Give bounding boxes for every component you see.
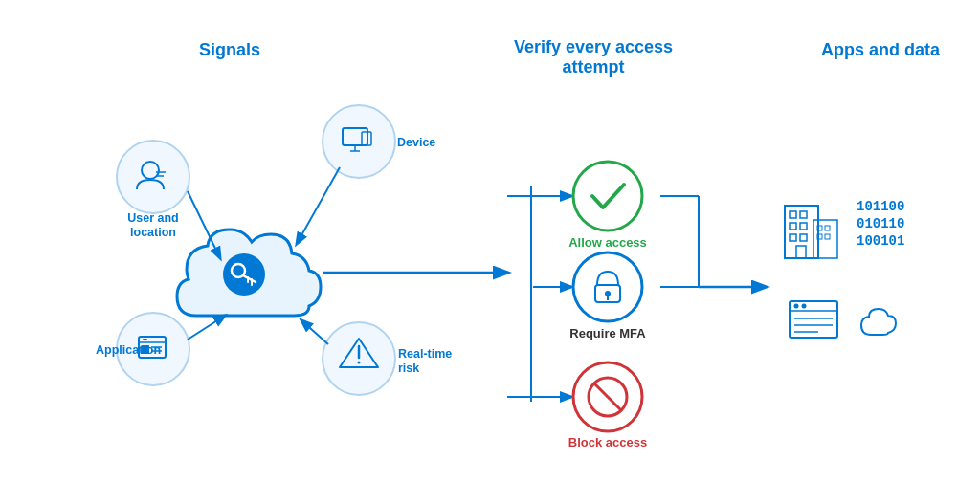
browser-dot2 [802, 304, 807, 309]
cloud2-group [861, 309, 896, 335]
user-location-label2: location [130, 226, 176, 239]
building-win6 [800, 234, 807, 241]
application-circle [117, 313, 189, 385]
lock-shackle [597, 272, 618, 285]
cloud-center-circle [223, 253, 265, 296]
cloud-group [177, 230, 321, 316]
application-label: Application [96, 343, 161, 357]
data-bits-line3: 100101 [857, 233, 904, 249]
lock-body [595, 285, 620, 302]
verify-title: Verify every access [514, 37, 673, 56]
app-icon-block [142, 345, 149, 354]
browser-dot1 [794, 304, 799, 309]
device-label: Device [397, 136, 435, 149]
building-win1 [790, 211, 796, 218]
building-side [813, 220, 837, 258]
realtime-risk-circle [323, 322, 395, 395]
cloud2-shape [861, 309, 896, 335]
user-icon-body [137, 180, 164, 189]
data-bits-line1: 101100 [857, 199, 904, 214]
block-line [594, 383, 621, 410]
app-icon-rect [139, 337, 166, 358]
user-icon-head [142, 162, 159, 179]
allow-label: Allow access [568, 235, 647, 250]
data-bits-line2: 010110 [857, 216, 904, 231]
cloud-shape [177, 230, 321, 316]
block-circle [573, 362, 642, 431]
browser-group [790, 301, 837, 338]
block-label: Block access [568, 435, 647, 449]
side-win2 [825, 226, 830, 230]
allow-circle [573, 162, 642, 230]
building-win2 [800, 211, 807, 218]
side-win1 [817, 226, 822, 230]
block-inner-circle [589, 378, 627, 416]
side-win4 [825, 234, 830, 239]
key-bow [232, 264, 245, 277]
user-location-circle [117, 141, 189, 213]
device-circle [323, 105, 395, 178]
diagram: Signals Verify every access attempt Apps… [0, 0, 980, 482]
risk-icon-triangle [340, 339, 378, 367]
arrow-user-cloud [188, 191, 220, 258]
building-win5 [790, 234, 796, 241]
apps-title: Apps and data [821, 40, 941, 59]
device-monitor [343, 128, 368, 145]
lock-hole [605, 291, 611, 296]
verify-title2: attempt [562, 57, 624, 77]
realtime-risk-label2: risk [398, 362, 419, 375]
arrow-device-cloud [297, 167, 340, 244]
building-group [785, 206, 837, 258]
mfa-circle [573, 252, 642, 321]
building-win3 [790, 223, 796, 230]
device-tablet [362, 132, 371, 145]
arrow-risk-cloud [301, 320, 328, 344]
side-win3 [817, 234, 822, 239]
risk-icon-exclaim-dot [358, 362, 361, 364]
building-door [796, 246, 806, 258]
key-shaft [243, 275, 256, 282]
mfa-label: Require MFA [569, 326, 646, 340]
arrow-app-cloud [188, 316, 225, 340]
user-location-label1: User and [127, 211, 179, 225]
check-icon [592, 185, 624, 208]
signals-title: Signals [199, 40, 260, 59]
browser-frame [790, 301, 837, 338]
building-win4 [800, 223, 807, 230]
building-main [785, 206, 818, 258]
realtime-risk-label1: Real-time [398, 347, 452, 361]
